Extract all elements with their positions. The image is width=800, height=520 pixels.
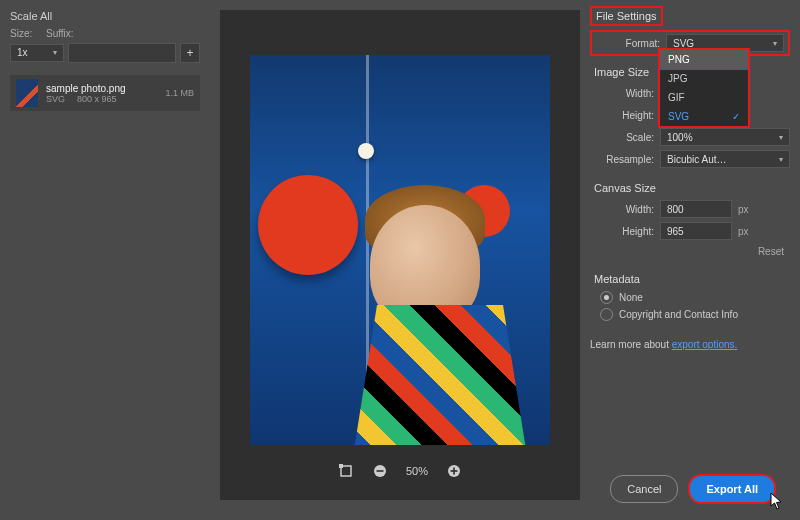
radio-icon <box>600 308 613 321</box>
asset-list-item[interactable]: sample photo.png SVG 800 x 965 1.1 MB <box>10 75 200 111</box>
unit-px: px <box>738 204 754 215</box>
preview-ball <box>358 143 374 159</box>
file-settings-title: File Settings <box>590 6 663 26</box>
scale-value: 100% <box>667 132 693 143</box>
check-icon: ✓ <box>732 111 740 122</box>
size-label: Size: <box>10 28 40 39</box>
scale-all-panel: Scale All Size: Suffix: 1x ▾ + sample ph… <box>10 10 200 111</box>
preview-paddle-left <box>258 175 358 275</box>
chevron-down-icon: ▾ <box>773 39 777 48</box>
svg-rect-1 <box>339 464 343 468</box>
preview-panel: 50% <box>220 10 580 500</box>
resample-row: Resample: Bicubic Aut… ▾ <box>590 150 790 168</box>
format-value: SVG <box>673 38 694 49</box>
format-option-png[interactable]: PNG <box>659 49 749 70</box>
scale-dropdown[interactable]: 1x ▾ <box>10 44 64 62</box>
reset-link[interactable]: Reset <box>590 246 790 257</box>
metadata-copyright-row[interactable]: Copyright and Contact Info <box>600 308 790 321</box>
chevron-down-icon: ▾ <box>53 44 57 62</box>
cursor-icon <box>770 492 784 510</box>
preview-canvas[interactable] <box>250 55 550 445</box>
format-option-svg[interactable]: SVG ✓ <box>660 107 748 126</box>
asset-dimensions: 800 x 965 <box>77 94 117 104</box>
chevron-down-icon: ▾ <box>779 133 783 142</box>
svg-rect-6 <box>453 468 455 475</box>
canvas-height-label: Height: <box>590 226 654 237</box>
canvas-height-row: Height: 965 px <box>590 222 790 240</box>
canvas-size-title: Canvas Size <box>590 180 660 196</box>
metadata-none-row[interactable]: None <box>600 291 790 304</box>
asset-format: SVG <box>46 94 65 104</box>
export-all-button[interactable]: Export All <box>688 474 776 504</box>
radio-icon <box>600 291 613 304</box>
canvas-width-label: Width: <box>590 204 654 215</box>
format-dropdown-menu[interactable]: PNG JPG GIF SVG ✓ <box>658 48 750 128</box>
unit-px: px <box>738 226 754 237</box>
asset-filesize: 1.1 MB <box>165 88 194 98</box>
asset-name: sample photo.png <box>46 83 157 94</box>
resample-label: Resample: <box>590 154 654 165</box>
asset-meta: sample photo.png SVG 800 x 965 <box>46 83 157 104</box>
width-label: Width: <box>590 88 654 99</box>
metadata-section: Metadata None Copyright and Contact Info <box>590 271 790 321</box>
resample-select[interactable]: Bicubic Aut… ▾ <box>660 150 790 168</box>
image-size-title: Image Size <box>590 64 653 80</box>
crop-icon[interactable] <box>338 463 354 479</box>
scale-label: Scale: <box>590 132 654 143</box>
add-scale-button[interactable]: + <box>180 43 200 63</box>
zoom-value: 50% <box>406 465 428 477</box>
format-option-gif[interactable]: GIF <box>660 88 748 107</box>
metadata-title: Metadata <box>590 271 644 287</box>
scale-select[interactable]: 100% ▾ <box>660 128 790 146</box>
suffix-label: Suffix: <box>46 28 176 39</box>
chevron-down-icon: ▾ <box>779 155 783 164</box>
canvas-width-input[interactable]: 800 <box>660 200 732 218</box>
format-label: Format: <box>596 38 660 49</box>
zoom-toolbar: 50% <box>338 463 462 479</box>
resample-value: Bicubic Aut… <box>667 154 726 165</box>
zoom-in-icon[interactable] <box>446 463 462 479</box>
scale-row: Scale: 100% ▾ <box>590 128 790 146</box>
dialog-footer: Cancel Export All <box>610 474 776 504</box>
learn-more-text: Learn more about export options. <box>590 339 790 350</box>
canvas-width-row: Width: 800 px <box>590 200 790 218</box>
suffix-input[interactable] <box>68 43 176 63</box>
scale-all-title: Scale All <box>10 10 200 22</box>
asset-thumbnail <box>16 79 38 107</box>
canvas-height-input[interactable]: 965 <box>660 222 732 240</box>
svg-rect-3 <box>376 470 383 472</box>
metadata-none-label: None <box>619 292 643 303</box>
learn-more-prefix: Learn more about <box>590 339 672 350</box>
zoom-out-icon[interactable] <box>372 463 388 479</box>
format-option-jpg[interactable]: JPG <box>660 69 748 88</box>
scale-value: 1x <box>17 44 28 62</box>
preview-body <box>350 305 530 445</box>
scale-labels-row: Size: Suffix: <box>10 28 200 39</box>
height-label: Height: <box>590 110 654 121</box>
learn-more-link[interactable]: export options. <box>672 339 738 350</box>
metadata-copyright-label: Copyright and Contact Info <box>619 309 738 320</box>
format-option-svg-label: SVG <box>668 111 689 122</box>
scale-inputs-row: 1x ▾ + <box>10 43 200 63</box>
cancel-button[interactable]: Cancel <box>610 475 678 503</box>
